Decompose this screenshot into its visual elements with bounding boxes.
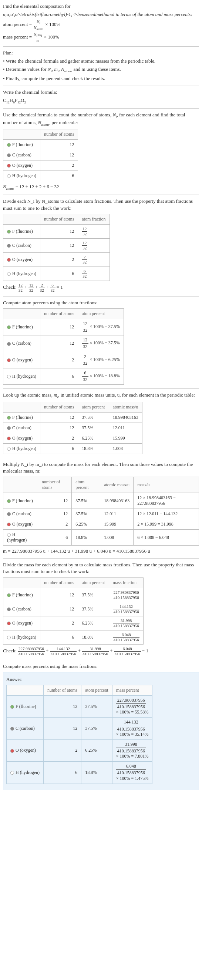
mass-sum: m = 227.980837956 u + 144.132 u + 31.998…: [3, 548, 199, 555]
hydrogen-dot-icon: [7, 533, 11, 537]
divider: [3, 558, 199, 558]
table-row: O (oxygen)26.25%15.9992 × 15.999 = 31.99…: [3, 519, 199, 530]
table-row: H (hydrogen)618.8%6.048410.158837956× 10…: [7, 762, 152, 784]
atompct-table: number of atomsatom percent F (fluorine)…: [3, 309, 124, 385]
table-row: H (hydrogen)618.8%1.008: [3, 443, 142, 454]
mass-calc-table: number of atomsatom percentatomic mass/u…: [3, 477, 199, 546]
answer-label: Answer:: [6, 676, 196, 683]
table-row: F (fluorine)1237.5%18.99840316312 × 18.9…: [3, 493, 199, 509]
formula-section: Write the chemical formula: C12H6F12O2: [3, 89, 199, 105]
divider: [3, 194, 199, 195]
divider: [3, 108, 199, 108]
plan-heading: Plan:: [3, 50, 199, 56]
table-row: C (carbon)1237.5%12.01112 × 12.011 = 144…: [3, 509, 199, 519]
fluorine-dot-icon: [7, 593, 11, 597]
mass-calc-text: Multiply N_i by m_i to compute the mass …: [3, 461, 199, 474]
divider: [3, 388, 199, 389]
table-row: F (fluorine)12: [3, 140, 78, 150]
formula-value: C12H6F12O2: [3, 97, 199, 105]
formula-text: Write the chemical formula:: [3, 89, 199, 95]
massfrac-section: Divide the mass for each element by m to…: [3, 562, 199, 656]
table-row: C (carbon)121232: [3, 238, 110, 252]
atom-percent-formula: atom percent = Ni Natoms × 100%: [3, 19, 199, 31]
fluorine-dot-icon: [7, 325, 11, 329]
atomfrac-text: Divide each N_i by N_atoms to calculate …: [3, 198, 199, 211]
table-row: H (hydrogen)6632 × 100% = 18.8%: [3, 368, 124, 385]
oxygen-dot-icon: [7, 258, 11, 262]
table-row: F (fluorine)1237.5%18.998403163: [3, 412, 142, 423]
table-row: H (hydrogen)618.8%1.0086 × 1.008 = 6.048: [3, 530, 199, 546]
hydrogen-dot-icon: [7, 272, 11, 276]
table-row: C (carbon)1237.5%144.132410.158837956× 1…: [7, 718, 152, 740]
divider: [3, 46, 199, 47]
massfrac-text: Divide the mass for each element by m to…: [3, 562, 199, 575]
count-section: Use the chemical formula to count the nu…: [3, 111, 199, 191]
intro-section: Find the elemental composition for α,α,α…: [3, 3, 199, 43]
mass-lookup-table: number of atomsatom percentatomic mass/u…: [3, 402, 142, 454]
intro-line1: Find the elemental composition for: [3, 3, 199, 10]
carbon-dot-icon: [7, 426, 11, 430]
mass-lookup-text: Look up the atomic mass, mi, in unified …: [3, 392, 199, 399]
table-row: O (oxygen)2232: [3, 252, 110, 267]
table-row: F (fluorine)121232 × 100% = 37.5%: [3, 319, 124, 335]
divider: [3, 458, 199, 458]
table-row: C (carbon)12: [3, 150, 78, 161]
fluorine-dot-icon: [7, 143, 11, 147]
table-row: O (oxygen)26.25%15.999: [3, 433, 142, 443]
table-row: F (fluorine)1237.5%227.980837956410.1588…: [7, 696, 152, 718]
massfrac-check: Check: 227.980837956410.158837956 + 144.…: [3, 647, 199, 656]
count-sum: Natoms = 12 + 12 + 2 + 6 = 32: [3, 183, 199, 191]
col-atoms: number of atoms: [40, 129, 78, 140]
mass-percent-formula: mass percent = Ni mi m × 100%: [3, 32, 199, 43]
hydrogen-dot-icon: [7, 375, 11, 379]
count-text: Use the chemical formula to count the nu…: [3, 111, 199, 127]
table-row: C (carbon)121232 × 100% = 37.5%: [3, 336, 124, 352]
fluorine-dot-icon: [7, 499, 11, 503]
carbon-dot-icon: [7, 342, 11, 346]
fluorine-dot-icon: [7, 230, 11, 234]
massfrac-table: number of atomsatom percentmass fraction…: [3, 578, 144, 644]
masspct-section: Compute mass percents using the mass fra…: [3, 663, 199, 790]
table-row: F (fluorine)1237.5%227.980837956410.1588…: [3, 588, 144, 602]
plan-bullet-3: • Finally, compute the percents and chec…: [3, 75, 199, 82]
table-row: C (carbon)1237.5%12.011: [3, 423, 142, 433]
oxygen-dot-icon: [7, 358, 11, 362]
table-row: H (hydrogen)6: [3, 171, 78, 181]
count-table: number of atoms F (fluorine)12 C (carbon…: [3, 129, 78, 181]
table-row: O (oxygen)26.25%31.998410.158837956: [3, 616, 144, 630]
oxygen-dot-icon: [7, 164, 11, 167]
intro-line2: α,α,α',α'-tetrakis(trifluoromethyl)-1, 4…: [3, 11, 199, 18]
plan-bullet-1: • Write the chemical formula and gather …: [3, 58, 199, 65]
plan-bullet-2: • Determine values for Ni, mi, Natoms an…: [3, 66, 199, 73]
table-row: O (oxygen)26.25%31.998410.158837956× 100…: [7, 740, 152, 761]
fluorine-dot-icon: [7, 416, 11, 420]
carbon-dot-icon: [7, 608, 11, 611]
oxygen-dot-icon: [7, 523, 11, 526]
carbon-dot-icon: [7, 244, 11, 248]
carbon-dot-icon: [7, 153, 11, 157]
atomfrac-check: Check: 1232 + 1232 + 232 + 632 = 1: [3, 283, 199, 293]
answer-box: Answer: number of atomsatom percentmass …: [3, 672, 199, 790]
hydrogen-dot-icon: [7, 447, 11, 451]
oxygen-dot-icon: [10, 749, 14, 753]
fluorine-dot-icon: [10, 705, 14, 709]
table-row: O (oxygen)2232 × 100% = 6.25%: [3, 352, 124, 368]
answer-table: number of atomsatom percentmass percent …: [6, 685, 152, 784]
hydrogen-dot-icon: [7, 174, 11, 178]
divider: [3, 86, 199, 86]
oxygen-dot-icon: [7, 437, 11, 440]
atompct-text: Compute atom percents using the atom fra…: [3, 299, 199, 306]
table-row: C (carbon)1237.5%144.132410.158837956: [3, 602, 144, 616]
carbon-dot-icon: [10, 727, 14, 730]
table-row: H (hydrogen)618.8%6.048410.158837956: [3, 630, 144, 644]
divider: [3, 296, 199, 296]
atomfrac-table: number of atomsatom fraction F (fluorine…: [3, 214, 110, 281]
mass-calc-section: Multiply N_i by m_i to compute the mass …: [3, 461, 199, 555]
table-row: H (hydrogen)6632: [3, 267, 110, 281]
hydrogen-dot-icon: [10, 771, 14, 775]
divider: [3, 660, 199, 660]
atomfrac-section: Divide each N_i by N_atoms to calculate …: [3, 198, 199, 292]
masspct-text: Compute mass percents using the mass fra…: [3, 663, 199, 670]
hydrogen-dot-icon: [7, 636, 11, 640]
mass-lookup-section: Look up the atomic mass, mi, in unified …: [3, 392, 199, 454]
